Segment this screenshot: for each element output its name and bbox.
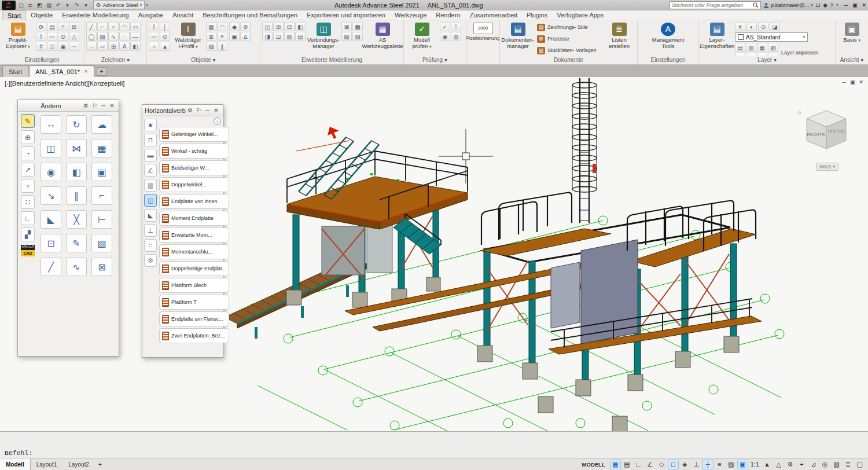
line-tool-icon[interactable]: ╱: [86, 22, 97, 31]
plate-category-icon[interactable]: ▬: [144, 149, 157, 161]
redo-caret-icon[interactable]: ▾: [82, 1, 90, 9]
viewport-minimize-icon[interactable]: ─: [843, 79, 846, 85]
angle-category-icon[interactable]: ∠: [144, 164, 157, 177]
filetab-anl-sta-001[interactable]: ANL_STA_001* ✕: [29, 65, 94, 77]
as-werkzeugpalette-button[interactable]: ▦ AS Werkzeugpalette: [365, 22, 400, 50]
tab-start[interactable]: Start: [2, 10, 26, 20]
fillet-tool-icon[interactable]: ⌐: [91, 186, 112, 205]
connection-item-plattform-t[interactable]: Plattform T: [159, 295, 229, 310]
connection-users-tool-icon[interactable]: ◔: [21, 146, 35, 160]
isodraft-icon[interactable]: ◇: [656, 460, 667, 469]
stair-connection-icon[interactable]: ▧: [341, 32, 352, 41]
gusset-plate-icon[interactable]: ▥: [284, 32, 295, 41]
close-button[interactable]: ✕: [862, 2, 866, 8]
array-tool-icon[interactable]: ▦: [91, 139, 112, 157]
arc-tool-icon[interactable]: ◠: [119, 22, 130, 31]
redo-icon[interactable]: ↷: [72, 1, 81, 9]
tab-erweiterte-modellierung[interactable]: Erweiterte Modellierung: [57, 10, 134, 20]
new-tab-button[interactable]: +: [97, 67, 106, 76]
block-tool-icon[interactable]: ◧: [130, 42, 141, 51]
rotate-tool-icon[interactable]: ↻: [66, 115, 87, 134]
save-icon[interactable]: ◩: [35, 1, 44, 9]
palette-settings-icon[interactable]: ⚙: [82, 102, 90, 109]
joint-icon[interactable]: ⊕: [240, 22, 251, 31]
pattern-tool-icon[interactable]: ▞: [21, 227, 35, 241]
rectangle-tool-icon[interactable]: ▭: [130, 22, 141, 31]
palette-minimize-icon[interactable]: ─: [99, 102, 108, 109]
management-tools-button[interactable]: A Management Tools: [652, 22, 685, 50]
stay-connected-icon[interactable]: ◆: [823, 2, 827, 8]
tab-zusammenarbeit[interactable]: Zusammenarbeit: [465, 10, 523, 20]
beam-defaults-icon[interactable]: I: [36, 32, 46, 41]
extend-tool-icon[interactable]: ⊢: [91, 210, 112, 229]
dokumenten-manager-button[interactable]: ▤ Dokumenten- manager: [502, 22, 534, 50]
viewport-close-icon[interactable]: ✕: [859, 79, 863, 85]
osnap-3d-icon[interactable]: ◈: [679, 460, 690, 469]
polyline-edit-tool-icon[interactable]: ✎: [66, 234, 87, 252]
new-file-icon[interactable]: ▢: [17, 1, 25, 9]
layer-select-dropdown[interactable]: AS_Standard ▾: [735, 32, 808, 42]
turnbuckle-icon[interactable]: ⊠: [341, 22, 352, 31]
point-tool-icon[interactable]: ·: [119, 32, 130, 41]
numbering-icon[interactable]: #: [36, 42, 46, 51]
connection-item-beidseitiger-w[interactable]: Beidseitiger W...: [159, 160, 229, 175]
tab-exportieren[interactable]: Exportieren und importieren: [302, 10, 390, 20]
panel-label-ansicht[interactable]: Ansicht ▾: [836, 56, 868, 64]
polar-icon[interactable]: ∠: [645, 460, 656, 469]
box-3d-tool-icon[interactable]: ▧: [91, 234, 112, 252]
beam-icon[interactable]: I: [149, 22, 159, 31]
layout-tab-modell[interactable]: Modell: [0, 458, 31, 470]
panel-label-einstellungen2[interactable]: Einstellungen: [638, 56, 698, 64]
viewcube-cube[interactable]: RECHTS HINTEN: [800, 105, 853, 155]
tab-objekte[interactable]: Objekte: [26, 10, 57, 20]
palette-pin-icon[interactable]: ⚐: [90, 102, 99, 109]
workspace-gear-icon[interactable]: ⚙: [785, 460, 796, 469]
xline-tool-icon[interactable]: —: [130, 32, 141, 41]
layer-isolate-icon[interactable]: ▤: [735, 43, 745, 52]
layout-tab-layout1[interactable]: Layout1: [31, 458, 63, 470]
railing-icon[interactable]: ◠: [217, 22, 227, 31]
viewcube-home-icon[interactable]: ⌂: [797, 108, 801, 115]
preferences-icon[interactable]: ≡: [58, 22, 68, 31]
presentation-icon[interactable]: ▣: [58, 42, 68, 51]
zeichnungs-stile-button[interactable]: ▤ Zeichnungs- Stile: [536, 22, 601, 32]
annotation-scale-label[interactable]: 1:1: [749, 460, 761, 469]
selection-cycling-icon[interactable]: ▣: [737, 460, 748, 469]
panel-label-layer[interactable]: Layer ▾: [699, 56, 835, 64]
hole-icon[interactable]: ○: [149, 42, 159, 51]
plate-icon[interactable]: ▭: [149, 32, 159, 41]
close-tab-icon[interactable]: ✕: [84, 69, 88, 74]
weld-icon[interactable]: ▲: [160, 42, 170, 51]
connection-item-doppelwinkel[interactable]: Doppelwinkel...: [159, 177, 229, 192]
ladder-icon[interactable]: ≡: [217, 32, 227, 41]
chamfer-tool-icon[interactable]: ◣: [41, 210, 61, 229]
connection-item-erweiterte-mom[interactable]: Erweiterte Mom...: [159, 227, 229, 243]
cladding-icon[interactable]: ▨: [206, 42, 216, 51]
snap-icon[interactable]: ▤: [621, 460, 632, 469]
search-input[interactable]: [672, 2, 751, 8]
autoscale-icon[interactable]: △: [773, 460, 784, 469]
region-tool-icon[interactable]: ▱: [97, 42, 108, 51]
options-icon[interactable]: ⋯: [69, 42, 79, 51]
project-settings-icon[interactable]: ⚙: [36, 22, 46, 31]
osnap-icon[interactable]: ◻: [668, 460, 679, 469]
move-tool-icon[interactable]: ↔: [41, 115, 61, 134]
cage-ladder-icon[interactable]: ▩: [352, 22, 363, 31]
offset-tool-icon[interactable]: ∥: [66, 186, 87, 205]
layer-color-icon[interactable]: ◪: [770, 22, 780, 31]
palette-close-icon[interactable]: ✕: [108, 102, 116, 109]
ortho-icon[interactable]: ∟: [633, 460, 644, 469]
workspace-selector[interactable]: ⚙ Advance Steel ▾: [93, 1, 145, 9]
new-layout-button[interactable]: +: [95, 461, 105, 468]
grating-icon[interactable]: ▦: [206, 22, 216, 31]
stretch-tool-icon[interactable]: ↘: [41, 186, 61, 205]
layer-match-icon[interactable]: ▦: [757, 43, 767, 52]
wcs-selector[interactable]: WKS ▾: [816, 163, 838, 171]
copy-tool-icon[interactable]: ◫: [41, 139, 61, 157]
table-tool-icon[interactable]: ⊞: [108, 42, 119, 51]
projekt-explorer-button[interactable]: ▤ Projekt- Explorer ▾: [2, 22, 34, 50]
connection-item-momentanschlu[interactable]: Momentanschlu...: [159, 244, 229, 259]
selection-box-tool-icon[interactable]: ▫: [21, 179, 35, 193]
maximize-button[interactable]: ▣: [852, 2, 858, 8]
level-symbol-icon[interactable]: ∆: [240, 32, 251, 41]
